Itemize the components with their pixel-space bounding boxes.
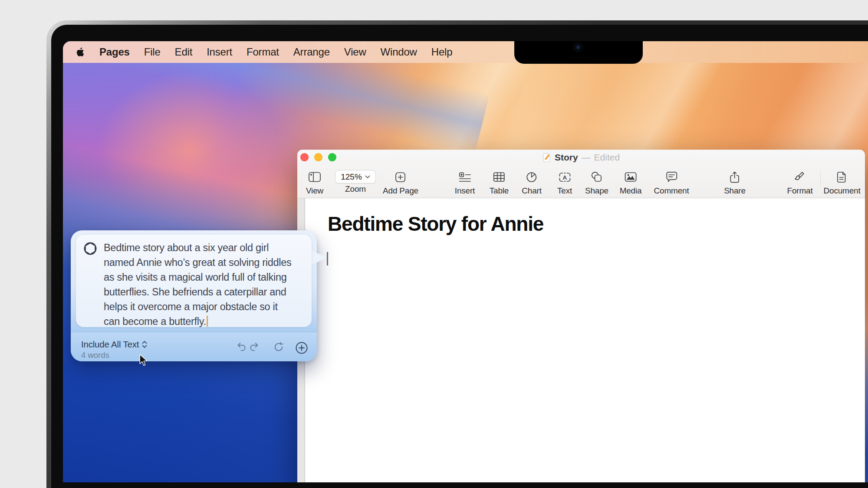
menu-bar: Pages File Edit Insert Format Arrange Vi… bbox=[63, 41, 868, 63]
redo-button[interactable] bbox=[248, 341, 260, 354]
document-title: Story bbox=[555, 152, 578, 163]
zoom-value: 125% bbox=[341, 172, 362, 182]
title-separator: — bbox=[582, 152, 591, 163]
word-count: 4 words bbox=[81, 350, 109, 360]
prompt-caret bbox=[207, 316, 208, 327]
menu-item-view[interactable]: View bbox=[344, 46, 366, 58]
document-canvas: Bedtime Story for Annie bbox=[297, 198, 865, 482]
toolbar-label: Comment bbox=[654, 186, 689, 196]
insert-icon bbox=[458, 171, 471, 183]
refresh-icon bbox=[273, 341, 284, 353]
share-icon bbox=[729, 171, 740, 183]
prompt-bubble[interactable]: Bedtime story about a six year old girl … bbox=[76, 235, 312, 327]
shape-icon bbox=[590, 171, 603, 183]
toolbar-chart-button[interactable]: Chart bbox=[522, 169, 541, 196]
format-brush-icon bbox=[794, 171, 806, 183]
add-button[interactable] bbox=[295, 341, 308, 356]
menu-item-pages[interactable]: Pages bbox=[99, 46, 130, 58]
toolbar-label: Text bbox=[557, 186, 572, 196]
toolbar-label: Format bbox=[787, 186, 813, 196]
apple-logo-icon bbox=[76, 47, 85, 57]
svg-text:A: A bbox=[562, 174, 567, 180]
undo-button[interactable] bbox=[236, 341, 247, 354]
display-notch bbox=[514, 41, 643, 64]
document-heading[interactable]: Bedtime Story for Annie bbox=[328, 212, 543, 236]
chart-pie-icon bbox=[526, 171, 538, 183]
plus-circle-icon bbox=[295, 341, 308, 354]
toolbar-add-page-button[interactable]: Add Page bbox=[383, 169, 418, 196]
media-photo-icon bbox=[624, 171, 638, 183]
document-page[interactable]: Bedtime Story for Annie bbox=[305, 198, 865, 482]
toolbar-label: Table bbox=[490, 186, 509, 196]
toolbar-label: Chart bbox=[522, 186, 541, 196]
chatgpt-compose-popup: Bedtime story about a six year old girl … bbox=[71, 230, 317, 361]
toolbar-label: Add Page bbox=[383, 186, 418, 196]
fullscreen-button[interactable] bbox=[328, 153, 336, 161]
mouse-cursor bbox=[139, 354, 148, 369]
toolbar-view-button[interactable]: View bbox=[306, 169, 323, 196]
document-settings-icon bbox=[837, 171, 848, 183]
add-page-icon bbox=[395, 171, 406, 183]
toolbar-share-button[interactable]: Share bbox=[724, 169, 746, 196]
menu-item-format[interactable]: Format bbox=[247, 46, 279, 58]
toolbar-separator bbox=[820, 172, 821, 187]
toolbar-comment-button[interactable]: Comment bbox=[654, 169, 689, 196]
macbook-mockup: Pages File Edit Insert Format Arrange Vi… bbox=[0, 0, 868, 488]
toolbar-document-button[interactable]: Document bbox=[824, 169, 861, 196]
apple-menu[interactable] bbox=[76, 47, 85, 57]
close-button[interactable] bbox=[300, 153, 309, 161]
sidebar-view-icon bbox=[308, 171, 322, 183]
menu-item-help[interactable]: Help bbox=[431, 46, 453, 58]
window-title: Story — Edited bbox=[542, 152, 620, 163]
menu-item-edit[interactable]: Edit bbox=[175, 46, 193, 58]
toolbar-media-button[interactable]: Media bbox=[620, 169, 642, 196]
zoom-value-box[interactable]: 125% bbox=[335, 170, 376, 183]
edited-status: Edited bbox=[594, 152, 620, 163]
chatgpt-logo-icon bbox=[83, 241, 98, 256]
toolbar-label: View bbox=[306, 186, 323, 196]
toolbar-format-button[interactable]: Format bbox=[787, 169, 813, 196]
toolbar-label: Document bbox=[824, 186, 861, 196]
updown-chevron-icon bbox=[141, 341, 148, 348]
context-selector-label: Include All Text bbox=[81, 339, 139, 350]
pages-document-icon bbox=[542, 153, 551, 163]
menu-item-window[interactable]: Window bbox=[381, 46, 417, 58]
popup-toolbar: Include All Text 4 words bbox=[71, 332, 317, 361]
toolbar-label: Share bbox=[724, 186, 746, 196]
toolbar-table-button[interactable]: Table bbox=[490, 169, 509, 196]
toolbar-shape-button[interactable]: Shape bbox=[585, 169, 608, 196]
toolbar-insert-button[interactable]: Insert bbox=[455, 169, 475, 196]
prompt-text[interactable]: Bedtime story about a six year old girl … bbox=[104, 240, 311, 329]
macbook-screen: Pages File Edit Insert Format Arrange Vi… bbox=[63, 41, 868, 482]
table-icon bbox=[493, 171, 506, 183]
toolbar-text-button[interactable]: A Text bbox=[557, 169, 572, 196]
pages-window: Story — Edited View 125% bbox=[297, 150, 865, 482]
undo-icon bbox=[236, 341, 247, 353]
redo-icon bbox=[248, 341, 260, 353]
toolbar-label: Shape bbox=[585, 186, 608, 196]
toolbar-label: Insert bbox=[455, 186, 475, 196]
minimize-button[interactable] bbox=[314, 153, 322, 161]
context-selector[interactable]: Include All Text bbox=[81, 339, 148, 350]
chevron-down-icon bbox=[365, 175, 370, 179]
popup-tail-pointer bbox=[311, 250, 328, 267]
comment-bubble-icon bbox=[665, 171, 678, 183]
menu-item-insert[interactable]: Insert bbox=[207, 46, 232, 58]
retry-button[interactable] bbox=[273, 341, 284, 354]
camera-dot bbox=[573, 42, 583, 52]
toolbar-label: Zoom bbox=[335, 184, 376, 194]
toolbar-zoom-dropdown[interactable]: 125% Zoom bbox=[335, 169, 376, 194]
toolbar-label: Media bbox=[620, 186, 642, 196]
text-box-icon: A bbox=[558, 172, 571, 183]
window-chrome: Story — Edited View 125% bbox=[297, 150, 865, 198]
menu-item-arrange[interactable]: Arrange bbox=[293, 46, 330, 58]
menu-item-file[interactable]: File bbox=[144, 46, 161, 58]
